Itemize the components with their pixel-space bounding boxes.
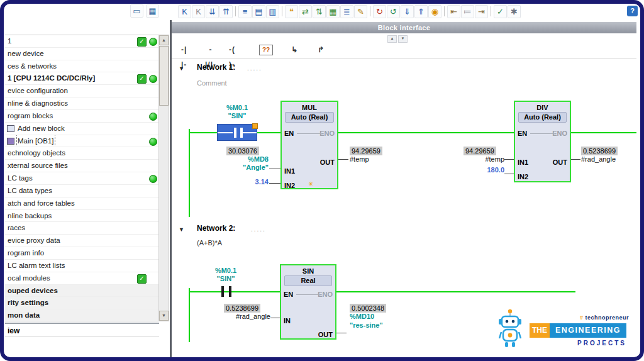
sin-block[interactable]: SIN Real EN ENO IN OUT [280, 264, 336, 340]
monitor-value[interactable]: 94.29659 [464, 147, 496, 155]
network2-title[interactable]: Network 2: [197, 224, 235, 233]
go-online-icon[interactable]: ↻ [373, 5, 386, 18]
copy-snapshots-icon[interactable]: ⇊ [206, 5, 219, 18]
enter-next-input-icon[interactable]: ✳ [308, 181, 313, 187]
expand-networks-icon[interactable]: ≡ [238, 5, 252, 18]
splitter-down-button[interactable]: ▼ [398, 35, 408, 43]
snapshot-values-icon[interactable]: K [192, 5, 205, 18]
panel-divider[interactable] [170, 20, 172, 357]
favorites-icon[interactable]: ≣ [340, 5, 353, 18]
tree-item-lc-tags[interactable]: LC tags [5, 172, 158, 185]
scrollbar-thumb[interactable] [159, 46, 169, 106]
coil-button[interactable]: -( )- [227, 42, 237, 57]
block-type-dropdown[interactable]: Auto (Real) [285, 112, 334, 123]
symbolic-operands-icon[interactable]: ⇅ [313, 5, 326, 18]
network2-collapse-icon[interactable]: ▼ [179, 226, 184, 233]
collapse-networks-icon[interactable]: ▤ [252, 5, 265, 18]
overview-window-icon[interactable]: ▭ [130, 4, 143, 18]
network1-collapse-icon[interactable]: ▼ [179, 65, 184, 72]
tree-item-rity-settings[interactable]: rity settings [5, 297, 158, 309]
load-start-values-icon[interactable]: ⇈ [219, 5, 233, 18]
download-icon[interactable]: ⇓ [401, 5, 414, 18]
tree-item-lc-alarm-text-lists[interactable]: LC alarm text lists [5, 260, 158, 272]
tree-item-rogram-blocks[interactable]: rogram blocks [5, 110, 158, 123]
tree-item-1[interactable]: 1✓ [5, 35, 158, 48]
syntax-check-icon[interactable]: ✓ [494, 5, 507, 18]
contact-nc-button[interactable]: -|/|- [203, 42, 218, 57]
contact-sin-selected[interactable] [217, 124, 257, 141]
tree-item-echnology-objects[interactable]: echnology objects [5, 147, 158, 160]
network-table-icon[interactable]: ▥ [266, 5, 279, 18]
contact-tag-name[interactable]: "SIN" [203, 275, 249, 283]
tree-item-mon-data[interactable]: mon data [5, 309, 158, 322]
tree-item-xternal-source-files[interactable]: xternal source files [5, 160, 158, 172]
constant-value[interactable]: 180.0 [460, 166, 504, 174]
tree-item-new-device[interactable]: new device [5, 48, 158, 60]
selection-handle[interactable] [252, 123, 258, 129]
network1-title[interactable]: Network 1: [197, 63, 235, 72]
contact-address[interactable]: %M0.1 [203, 267, 249, 275]
block-type-dropdown[interactable]: Auto (Real) [518, 112, 567, 123]
scroll-up-button[interactable]: ▲ [159, 35, 169, 45]
tree-item-rogram-info[interactable]: rogram info [5, 247, 158, 260]
open-branch-button[interactable]: ↳ [289, 42, 300, 57]
tree-item-1-cpu-1214c-dc-dc-rly[interactable]: 1 [CPU 1214C DC/DC/Rly]✓ [5, 72, 158, 85]
network1-comment[interactable]: Comment [197, 79, 227, 87]
tree-item-races[interactable]: races [5, 222, 158, 235]
monitor-value[interactable]: 0.5002348 [350, 304, 386, 313]
tree-item-ocal-modules[interactable]: ocal modules✓ [5, 272, 158, 285]
contact-bar-icon[interactable] [221, 286, 224, 297]
operand-name[interactable]: #rad_angle [581, 155, 616, 164]
tree-item-ces-networks[interactable]: ces & networks [5, 60, 158, 73]
operand-name[interactable]: #temp [350, 155, 369, 164]
split-editor-icon[interactable]: ▦ [146, 4, 159, 18]
tree-item-nline-backups[interactable]: nline backups [5, 210, 158, 223]
network-comments-icon[interactable]: ❝ [285, 5, 298, 18]
operand-address[interactable]: %MD10 [350, 313, 374, 321]
operand-name[interactable]: #rad_angle [221, 313, 270, 321]
go-offline-icon[interactable]: ↺ [387, 5, 400, 18]
compile-icon[interactable]: ✱ [508, 5, 521, 18]
operand-name[interactable]: "res-sine" [350, 321, 383, 330]
close-branch-button[interactable]: ↱ [316, 42, 326, 57]
free-comments-icon[interactable]: ✎ [354, 5, 367, 18]
tag-information-icon[interactable]: ▦ [326, 5, 340, 18]
monitor-value[interactable]: 0.5238699 [224, 304, 260, 313]
help-icon[interactable]: ? [627, 6, 638, 16]
scroll-down-button[interactable]: ▼ [159, 311, 169, 321]
tree-item-evice-configuration[interactable]: evice configuration [5, 85, 158, 97]
constant-value[interactable]: 3.14 [225, 178, 269, 186]
tree-item-lc-data-types[interactable]: LC data types [5, 185, 158, 197]
monitor-value[interactable]: 30.03076 [226, 147, 259, 155]
block-type-dropdown[interactable]: Real [284, 275, 332, 286]
tree-item-ouped-devices[interactable]: ouped devices [5, 285, 158, 297]
mul-block[interactable]: MUL Auto (Real) EN ENO IN1 IN2 OUT ✳ [280, 101, 338, 189]
contact-no-button[interactable]: -| |- [179, 42, 189, 57]
operand-name[interactable]: #temp [460, 155, 504, 164]
contact-tag-name[interactable]: "SIN" [214, 112, 260, 120]
tree-item-nline-diagnostics[interactable]: nline & diagnostics [5, 97, 158, 110]
tree-item-evice-proxy-data[interactable]: evice proxy data [5, 235, 158, 247]
monitoring-icon[interactable]: ◉ [428, 5, 441, 18]
contact-address[interactable]: %M0.1 [214, 104, 260, 112]
details-view-header[interactable]: iew [5, 323, 159, 336]
tree-item-main-ob1[interactable]: Main [OB1] [5, 135, 158, 148]
call-environment-icon[interactable]: ≔ [461, 5, 474, 18]
absolute-operands-icon[interactable]: ⇄ [299, 5, 312, 18]
operand-address[interactable]: %MD8 [225, 155, 269, 164]
div-block[interactable]: DIV Auto (Real) EN ENO IN1 IN2 OUT [514, 101, 571, 182]
operand-name[interactable]: "Angle" [218, 164, 269, 172]
tree-scrollbar[interactable]: ▲ ▼ [158, 35, 169, 321]
upload-icon[interactable]: ⇑ [414, 5, 428, 18]
monitor-value[interactable]: 94.29659 [350, 147, 382, 155]
jump-forward-icon[interactable]: ⇥ [475, 5, 488, 18]
contact-bar-icon[interactable] [229, 286, 231, 297]
network2-comment[interactable]: (A+B)*A [197, 239, 222, 247]
jump-backward-icon[interactable]: ⇤ [447, 5, 460, 18]
tree-item-add-new-block[interactable]: Add new block [5, 123, 158, 135]
splitter-up-button[interactable]: ▲ [387, 35, 397, 43]
empty-box-button[interactable]: ?? [259, 45, 273, 55]
tree-item-atch-and-force-tables[interactable]: atch and force tables [5, 197, 158, 210]
monitor-value[interactable]: 0.5238699 [581, 147, 618, 155]
keep-actual-values-icon[interactable]: K [178, 5, 191, 18]
